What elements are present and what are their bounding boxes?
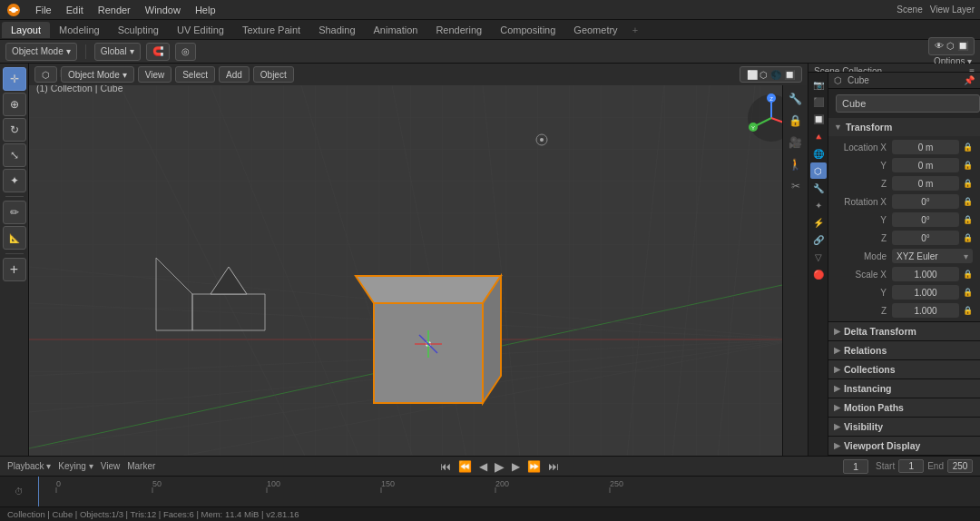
marker-menu[interactable]: Marker (127, 461, 155, 471)
location-x-field[interactable]: 0 m (892, 140, 959, 154)
viewport-editor-type-button[interactable]: ⬡ (34, 66, 57, 83)
viewport-clip-toggle[interactable]: ✂ (786, 176, 806, 196)
prop-icon-constraints[interactable]: 🔗 (810, 231, 827, 248)
move-tool-button[interactable]: ⊕ (3, 93, 26, 116)
viewport-select-menu[interactable]: Select (175, 66, 215, 83)
delta-transform-header[interactable]: ▶ Delta Transform (828, 322, 980, 340)
prop-icon-material[interactable]: 🔴 (810, 266, 827, 282)
rotate-tool-button[interactable]: ↻ (3, 118, 26, 142)
menu-render[interactable]: Render (92, 3, 137, 17)
rotation-x-lock[interactable]: 🔒 (963, 197, 973, 206)
object-name-input[interactable] (836, 94, 980, 113)
timeline-track-area[interactable]: 0 50 100 150 200 250 (38, 477, 980, 506)
scale-tool-button[interactable]: ⤡ (3, 143, 26, 167)
rotation-mode-select[interactable]: XYZ Euler ▾ (892, 249, 973, 263)
keying-dropdown[interactable]: Keying ▾ (58, 461, 93, 471)
prop-icon-object[interactable]: ⬡ (810, 162, 827, 179)
tab-rendering[interactable]: Rendering (426, 22, 491, 38)
proportional-edit-button[interactable]: ◎ (175, 43, 196, 61)
viewport-display-header[interactable]: ▶ Viewport Display (828, 437, 980, 455)
add-workspace-button[interactable]: + (627, 23, 643, 37)
playback-dropdown[interactable]: Playback ▾ (7, 461, 51, 471)
view-menu[interactable]: View (101, 461, 121, 471)
next-frame-button[interactable]: ▶ (510, 460, 522, 473)
scale-x-field[interactable]: 1.000 (892, 267, 959, 281)
viewport-overlay-buttons[interactable]: 👁 ⬡ 🔲 (928, 37, 975, 55)
tab-shading[interactable]: Shading (309, 22, 364, 38)
prop-icon-data[interactable]: ▽ (810, 249, 827, 265)
timeline[interactable]: ⏱ 0 50 100 150 200 250 (0, 476, 980, 506)
tab-layout[interactable]: Layout (2, 22, 50, 38)
viewport-shading-buttons[interactable]: ⬜ ⬡ 🌑 🔲 (740, 66, 802, 83)
add-object-button[interactable]: + (3, 258, 26, 281)
location-z-field[interactable]: 0 m (892, 176, 959, 191)
relations-header[interactable]: ▶ Relations (828, 341, 980, 359)
prop-icon-modifiers[interactable]: 🔧 (810, 180, 827, 196)
scale-x-lock[interactable]: 🔒 (963, 270, 973, 279)
global-transform-button[interactable]: Global ▾ (94, 43, 141, 61)
location-z-lock[interactable]: 🔒 (963, 179, 973, 188)
prop-icon-output[interactable]: ⬛ (810, 93, 827, 110)
scale-y-field[interactable]: 1.000 (892, 285, 959, 300)
location-y-lock[interactable]: 🔒 (963, 161, 973, 170)
prev-frame-button[interactable]: ◀ (477, 460, 489, 473)
location-y-field[interactable]: 0 m (892, 158, 959, 172)
viewport-tools-toggle[interactable]: 🔧 (786, 89, 806, 109)
prop-icon-world[interactable]: 🌐 (810, 145, 827, 162)
jump-prev-keyframe-button[interactable]: ⏪ (456, 460, 474, 473)
prop-icon-view-layer[interactable]: 🔲 (810, 111, 827, 127)
play-button[interactable]: ▶ (493, 459, 506, 474)
outliner-filter-icon[interactable]: ≡ (969, 66, 975, 73)
menu-edit[interactable]: Edit (60, 3, 90, 17)
menu-help[interactable]: Help (189, 3, 222, 17)
prop-pin-icon[interactable]: 📌 (964, 75, 975, 85)
tab-geometry[interactable]: Geometry (564, 22, 626, 38)
rotation-y-field[interactable]: 0° (892, 212, 959, 227)
tab-animation[interactable]: Animation (365, 22, 427, 38)
current-frame-display[interactable]: 1 (843, 459, 868, 474)
scale-z-field[interactable]: 1.000 (892, 303, 959, 318)
transform-section-header[interactable]: ▼ Transform (828, 118, 980, 136)
annotate-tool-button[interactable]: ✏ (3, 201, 26, 224)
tab-modeling[interactable]: Modeling (50, 22, 109, 38)
motion-paths-header[interactable]: ▶ Motion Paths (828, 398, 980, 417)
tab-compositing[interactable]: Compositing (491, 22, 564, 38)
visibility-header[interactable]: ▶ Visibility (828, 418, 980, 436)
start-frame-value[interactable]: 1 (898, 459, 924, 473)
menu-file[interactable]: File (29, 3, 58, 17)
viewport-object-menu[interactable]: Object (253, 66, 294, 83)
measure-tool-button[interactable]: 📐 (3, 226, 26, 250)
rotation-y-lock[interactable]: 🔒 (963, 215, 973, 224)
3d-viewport[interactable]: ⬡ Object Mode▾ View Select Add Object ⬜ … (29, 64, 808, 456)
instancing-header[interactable]: ▶ Instancing (828, 379, 980, 398)
viewport-render-toggle[interactable]: 🎥 (786, 133, 806, 152)
prop-icon-particles[interactable]: ✦ (810, 197, 827, 213)
jump-end-button[interactable]: ⏭ (546, 460, 561, 473)
object-mode-button[interactable]: Object Mode ▾ (5, 43, 77, 61)
scale-y-lock[interactable]: 🔒 (963, 288, 973, 297)
collections-header[interactable]: ▶ Collections (828, 360, 980, 378)
cursor-tool-button[interactable]: ✛ (3, 67, 26, 91)
menu-window[interactable]: Window (139, 3, 187, 17)
jump-next-keyframe-button[interactable]: ⏩ (525, 460, 543, 473)
viewport-view-menu[interactable]: View (138, 66, 172, 83)
snap-button[interactable]: 🧲 (146, 43, 170, 61)
viewport-walk-toggle[interactable]: 🚶 (786, 154, 806, 174)
tab-uv-editing[interactable]: UV Editing (168, 22, 233, 38)
rotation-z-field[interactable]: 0° (892, 231, 959, 245)
transform-tool-button[interactable]: ✦ (3, 169, 26, 192)
scale-z-lock[interactable]: 🔒 (963, 306, 973, 315)
viewport-add-menu[interactable]: Add (219, 66, 250, 83)
rotation-x-field[interactable]: 0° (892, 194, 959, 209)
rotation-z-lock[interactable]: 🔒 (963, 233, 973, 242)
end-frame-value[interactable]: 250 (947, 459, 973, 473)
viewport-lock-toggle[interactable]: 🔒 (786, 111, 806, 131)
viewport-object-mode-button[interactable]: Object Mode▾ (61, 66, 134, 83)
tab-texture-paint[interactable]: Texture Paint (233, 22, 309, 38)
tab-sculpting[interactable]: Sculpting (109, 22, 168, 38)
prop-icon-physics[interactable]: ⚡ (810, 214, 827, 231)
location-x-lock[interactable]: 🔒 (963, 143, 973, 152)
prop-icon-render[interactable]: 📷 (810, 76, 827, 93)
prop-icon-scene[interactable]: 🔺 (810, 128, 827, 144)
jump-start-button[interactable]: ⏮ (438, 460, 453, 473)
